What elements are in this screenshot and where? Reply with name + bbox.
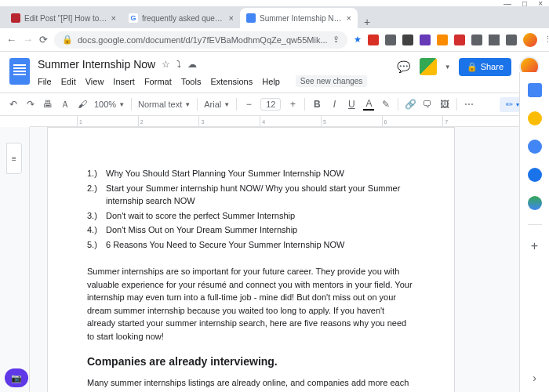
italic-button[interactable]: I bbox=[329, 99, 340, 110]
paint-format-button[interactable]: 🖌 bbox=[77, 99, 88, 110]
new-tab-button[interactable]: + bbox=[358, 16, 376, 28]
redo-button[interactable]: ↷ bbox=[25, 99, 36, 110]
meet-fab-button[interactable]: 📷 bbox=[5, 368, 28, 387]
calendar-icon[interactable] bbox=[528, 83, 542, 97]
ruler[interactable]: 1 2 3 4 5 6 7 bbox=[30, 116, 519, 127]
extension-icon[interactable] bbox=[402, 34, 413, 45]
print-button[interactable]: 🖶 bbox=[42, 99, 53, 110]
tab-edit-post[interactable]: Edit Post "[PI] How to Change × bbox=[5, 8, 122, 28]
favicon: G bbox=[129, 13, 138, 23]
spellcheck-button[interactable]: Ａ bbox=[60, 98, 71, 111]
menu-tools[interactable]: Tools bbox=[181, 77, 202, 86]
docs-logo-icon[interactable] bbox=[9, 58, 30, 85]
formatting-toolbar: ↶ ↷ 🖶 Ａ 🖌 100%▼ Normal text▼ Arial▼ − 12… bbox=[0, 93, 549, 116]
close-icon[interactable]: × bbox=[111, 13, 116, 23]
body-paragraph: Summer internships are so important for … bbox=[87, 265, 415, 343]
underline-button[interactable]: U bbox=[346, 99, 357, 110]
menu-file[interactable]: File bbox=[38, 77, 52, 86]
close-icon[interactable]: × bbox=[229, 13, 234, 23]
move-icon[interactable]: ⤵ bbox=[176, 59, 181, 70]
text-color-button[interactable]: A bbox=[363, 98, 374, 111]
share-icon[interactable]: ⇪ bbox=[333, 34, 340, 45]
menu-edit[interactable]: Edit bbox=[61, 77, 76, 86]
menu-view[interactable]: View bbox=[85, 77, 104, 86]
extension-icon[interactable] bbox=[454, 34, 465, 45]
link-button[interactable]: 🔗 bbox=[405, 99, 416, 110]
cloud-icon[interactable]: ☁ bbox=[187, 59, 197, 70]
undo-button[interactable]: ↶ bbox=[8, 99, 19, 110]
side-panel: + › bbox=[519, 72, 549, 392]
window-maximize[interactable]: □ bbox=[522, 0, 527, 8]
document-page[interactable]: 1.)Why You Should Start Planning Your Su… bbox=[47, 127, 455, 392]
extension-icon[interactable] bbox=[471, 34, 482, 45]
extension-icon[interactable] bbox=[437, 34, 448, 45]
document-title[interactable]: Summer Internship Now bbox=[38, 58, 155, 71]
url-text: docs.google.com/document/d/1y7fEVBaModhm… bbox=[78, 35, 328, 45]
extension-icon[interactable] bbox=[368, 34, 379, 45]
menu-format[interactable]: Format bbox=[144, 77, 172, 86]
font-select[interactable]: Arial▼ bbox=[204, 100, 230, 109]
menu-bar: File Edit View Insert Format Tools Exten… bbox=[38, 75, 388, 87]
close-icon[interactable]: × bbox=[347, 13, 351, 23]
pencil-icon: ✏ bbox=[506, 100, 513, 110]
extension-icon[interactable] bbox=[385, 34, 396, 45]
lock-icon: 🔒 bbox=[467, 62, 478, 72]
zoom-select[interactable]: 100%▼ bbox=[94, 100, 125, 109]
star-icon[interactable]: ★ bbox=[354, 34, 362, 45]
lock-icon: 🔒 bbox=[62, 34, 73, 45]
tab-google-doc[interactable]: Summer Internship Now - Go... × bbox=[240, 8, 358, 28]
tasks-icon[interactable] bbox=[528, 140, 542, 154]
see-changes-button[interactable]: See new changes bbox=[296, 75, 368, 87]
style-select[interactable]: Normal text▼ bbox=[138, 100, 191, 109]
docs-header: Summer Internship Now ☆ ⤵ ☁ File Edit Vi… bbox=[0, 52, 549, 93]
font-size-input[interactable]: 12 bbox=[260, 98, 281, 111]
heading-2: Companies are already interviewing. bbox=[87, 354, 415, 370]
extensions-menu-icon[interactable] bbox=[506, 34, 517, 45]
extension-icon[interactable] bbox=[489, 34, 500, 45]
menu-extensions[interactable]: Extensions bbox=[210, 77, 253, 86]
share-button[interactable]: 🔒 Share bbox=[459, 58, 511, 76]
maps-icon[interactable] bbox=[528, 196, 542, 210]
body-paragraph: Many summer internships listings are alr… bbox=[87, 376, 415, 392]
reload-button[interactable]: ⟳ bbox=[39, 34, 48, 45]
insert-image-button[interactable]: 🖼 bbox=[439, 99, 450, 110]
font-size-decrease[interactable]: − bbox=[243, 99, 254, 110]
highlight-button[interactable]: ✎ bbox=[380, 99, 391, 110]
profile-avatar[interactable] bbox=[523, 33, 537, 47]
font-size-increase[interactable]: + bbox=[287, 99, 298, 110]
address-bar: ← → ⟳ 🔒 docs.google.com/document/d/1y7fE… bbox=[0, 28, 549, 52]
outline-toggle[interactable]: ≡ bbox=[6, 143, 22, 174]
extensions: ⋮ bbox=[368, 33, 549, 47]
extension-icon[interactable] bbox=[420, 34, 431, 45]
menu-help[interactable]: Help bbox=[262, 77, 280, 86]
more-button[interactable]: ⋯ bbox=[464, 99, 474, 110]
tab-google-search[interactable]: G frequently asked questions ab × bbox=[122, 8, 240, 28]
keep-icon[interactable] bbox=[528, 111, 542, 125]
bold-button[interactable]: B bbox=[311, 99, 322, 110]
browser-tabs: Edit Post "[PI] How to Change × G freque… bbox=[0, 6, 549, 28]
menu-insert[interactable]: Insert bbox=[113, 77, 135, 86]
comment-history-icon[interactable]: 💬 bbox=[396, 59, 412, 74]
add-comment-button[interactable]: 🗨 bbox=[422, 99, 433, 110]
window-minimize[interactable]: — bbox=[504, 0, 511, 8]
url-input[interactable]: 🔒 docs.google.com/document/d/1y7fEVBaMod… bbox=[54, 31, 347, 49]
contacts-icon[interactable] bbox=[528, 168, 542, 182]
forward-button[interactable]: → bbox=[23, 34, 33, 45]
meet-icon[interactable] bbox=[420, 58, 437, 75]
star-icon[interactable]: ☆ bbox=[162, 59, 170, 70]
back-button[interactable]: ← bbox=[6, 34, 16, 45]
collapse-panel-button[interactable]: › bbox=[533, 372, 536, 384]
favicon bbox=[11, 13, 20, 23]
add-on-button[interactable]: + bbox=[531, 239, 538, 253]
document-canvas: ≡ 1.)Why You Should Start Planning Your … bbox=[0, 127, 519, 392]
favicon bbox=[246, 13, 256, 23]
window-close[interactable]: × bbox=[538, 0, 543, 8]
browser-menu-icon[interactable]: ⋮ bbox=[544, 34, 549, 45]
